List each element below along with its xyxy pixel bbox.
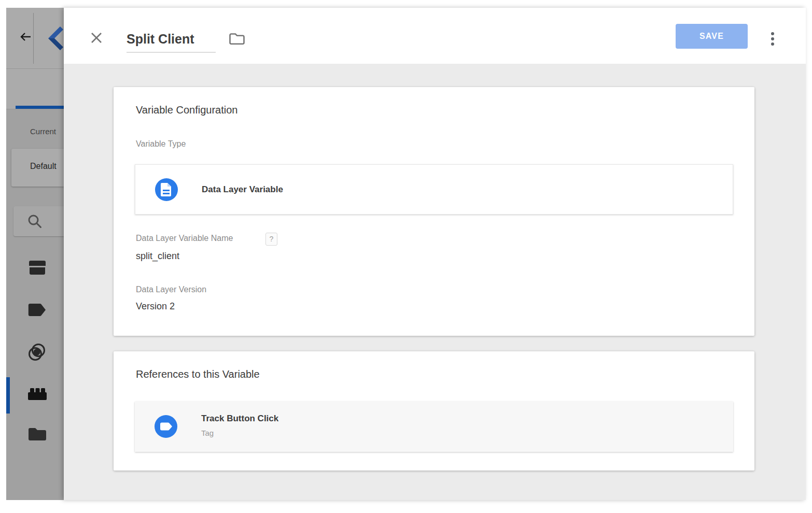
variable-title-input[interactable]: Split Client	[127, 32, 216, 53]
screen: WORK Current Default	[0, 0, 812, 513]
dl-version-value: Version 2	[136, 301, 175, 312]
variable-type-badge	[155, 178, 178, 201]
help-button[interactable]: ?	[265, 233, 277, 246]
overflow-menu-button[interactable]	[767, 31, 778, 47]
data-layer-variable-icon	[160, 182, 173, 197]
variable-editor-sheet: Split Client SAVE Variable Configuration…	[64, 8, 806, 500]
modal-scrim	[6, 8, 64, 500]
variable-type-label: Variable Type	[136, 139, 186, 149]
folder-outline-icon	[228, 32, 246, 46]
config-card-title: Variable Configuration	[136, 104, 237, 116]
variable-configuration-card: Variable Configuration Variable Type Dat…	[114, 87, 754, 336]
variable-type-name: Data Layer Variable	[202, 184, 283, 195]
close-button[interactable]	[90, 31, 104, 46]
reference-type: Tag	[201, 429, 214, 437]
references-card-title: References to this Variable	[136, 368, 260, 380]
close-icon	[90, 31, 103, 45]
variable-type-row[interactable]: Data Layer Variable	[135, 164, 733, 215]
move-to-folder-button[interactable]	[228, 32, 246, 46]
dl-version-label: Data Layer Version	[136, 285, 206, 294]
dl-name-label: Data Layer Variable Name	[136, 234, 233, 243]
reference-name: Track Button Click	[201, 414, 278, 424]
sheet-header: Split Client SAVE	[64, 8, 806, 64]
save-button[interactable]: SAVE	[676, 24, 748, 49]
reference-type-badge	[155, 415, 177, 438]
reference-row[interactable]: Track Button Click Tag	[135, 402, 733, 452]
kebab-icon	[771, 32, 774, 35]
tag-reference-icon	[159, 420, 173, 433]
dl-name-value: split_client	[136, 251, 179, 262]
references-card: References to this Variable Track Button…	[114, 351, 754, 471]
